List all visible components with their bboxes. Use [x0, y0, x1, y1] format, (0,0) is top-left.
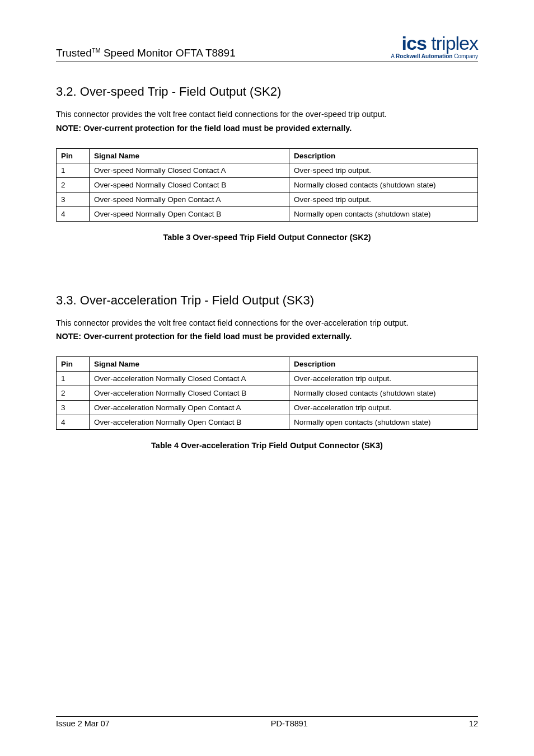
cell-signal: Over-acceleration Normally Open Contact … — [90, 401, 289, 415]
logo-subtext: A Rockwell Automation Company — [391, 54, 478, 59]
company-logo: ics triplex A Rockwell Automation Compan… — [391, 34, 478, 59]
cell-pin: 2 — [57, 177, 90, 192]
cell-pin: 3 — [57, 192, 90, 206]
cell-signal: Over-speed Normally Open Contact B — [90, 206, 289, 221]
logo-sub-prefix: A — [391, 53, 396, 59]
table-row: 3 Over-speed Normally Open Contact A Ove… — [57, 192, 478, 206]
cell-signal: Over-acceleration Normally Closed Contac… — [90, 372, 289, 386]
col-signal: Signal Name — [90, 148, 289, 163]
cell-signal: Over-speed Normally Closed Contact B — [90, 177, 289, 192]
table-row: 2 Over-speed Normally Closed Contact B N… — [57, 177, 478, 192]
page-footer: Issue 2 Mar 07 PD-T8891 12 — [56, 716, 478, 728]
logo-bold: ics — [402, 32, 427, 54]
cell-desc: Over-acceleration trip output. — [289, 372, 478, 386]
table-row: 2 Over-acceleration Normally Closed Cont… — [57, 386, 478, 401]
cell-desc: Normally open contacts (shutdown state) — [289, 415, 478, 430]
table-row: 4 Over-acceleration Normally Open Contac… — [57, 415, 478, 430]
section-3-3-note: NOTE: Over-current protection for the fi… — [56, 332, 478, 341]
col-pin: Pin — [57, 357, 90, 372]
footer-right: 12 — [469, 719, 478, 728]
table-4-caption: Table 4 Over-acceleration Trip Field Out… — [56, 441, 478, 450]
col-desc: Description — [289, 148, 478, 163]
cell-desc: Over-speed trip output. — [289, 163, 478, 177]
cell-signal: Over-speed Normally Closed Contact A — [90, 163, 289, 177]
table-row: 1 Over-speed Normally Closed Contact A O… — [57, 163, 478, 177]
footer-center: PD-T8891 — [271, 719, 308, 728]
table-sk2: Pin Signal Name Description 1 Over-speed… — [56, 148, 478, 222]
section-3-2-note: NOTE: Over-current protection for the fi… — [56, 124, 478, 133]
title-rest: Speed Monitor OFTA T8891 — [101, 47, 236, 59]
section-3-2-heading: 3.2. Over-speed Trip - Field Output (SK2… — [56, 84, 478, 99]
col-signal: Signal Name — [90, 357, 289, 372]
section-3-3-heading: 3.3. Over-acceleration Trip - Field Outp… — [56, 293, 478, 308]
logo-light: triplex — [427, 32, 478, 54]
table-sk3: Pin Signal Name Description 1 Over-accel… — [56, 356, 478, 430]
table-3-caption: Table 3 Over-speed Trip Field Output Con… — [56, 233, 478, 242]
table-row: 3 Over-acceleration Normally Open Contac… — [57, 401, 478, 415]
page-header: TrustedTM Speed Monitor OFTA T8891 ics t… — [56, 34, 478, 62]
cell-pin: 2 — [57, 386, 90, 401]
cell-desc: Over-acceleration trip output. — [289, 401, 478, 415]
table-header-row: Pin Signal Name Description — [57, 148, 478, 163]
header-title: TrustedTM Speed Monitor OFTA T8891 — [56, 47, 236, 59]
table-row: 4 Over-speed Normally Open Contact B Nor… — [57, 206, 478, 221]
logo-sub-bold: Rockwell Automation — [396, 53, 452, 59]
cell-pin: 1 — [57, 372, 90, 386]
logo-sub-suffix: Company — [452, 53, 478, 59]
col-pin: Pin — [57, 148, 90, 163]
cell-signal: Over-speed Normally Open Contact A — [90, 192, 289, 206]
col-desc: Description — [289, 357, 478, 372]
title-tm: TM — [92, 47, 101, 54]
section-3-2-intro: This connector provides the volt free co… — [56, 109, 478, 120]
cell-desc: Over-speed trip output. — [289, 192, 478, 206]
title-prefix: Trusted — [56, 47, 92, 59]
cell-pin: 1 — [57, 163, 90, 177]
cell-desc: Normally open contacts (shutdown state) — [289, 206, 478, 221]
cell-pin: 3 — [57, 401, 90, 415]
table-header-row: Pin Signal Name Description — [57, 357, 478, 372]
section-3-3-intro: This connector provides the volt free co… — [56, 318, 478, 329]
logo-text: ics triplex — [391, 34, 478, 53]
cell-desc: Normally closed contacts (shutdown state… — [289, 386, 478, 401]
cell-desc: Normally closed contacts (shutdown state… — [289, 177, 478, 192]
footer-left: Issue 2 Mar 07 — [56, 719, 110, 728]
table-row: 1 Over-acceleration Normally Closed Cont… — [57, 372, 478, 386]
cell-pin: 4 — [57, 206, 90, 221]
cell-signal: Over-acceleration Normally Closed Contac… — [90, 386, 289, 401]
cell-pin: 4 — [57, 415, 90, 430]
cell-signal: Over-acceleration Normally Open Contact … — [90, 415, 289, 430]
